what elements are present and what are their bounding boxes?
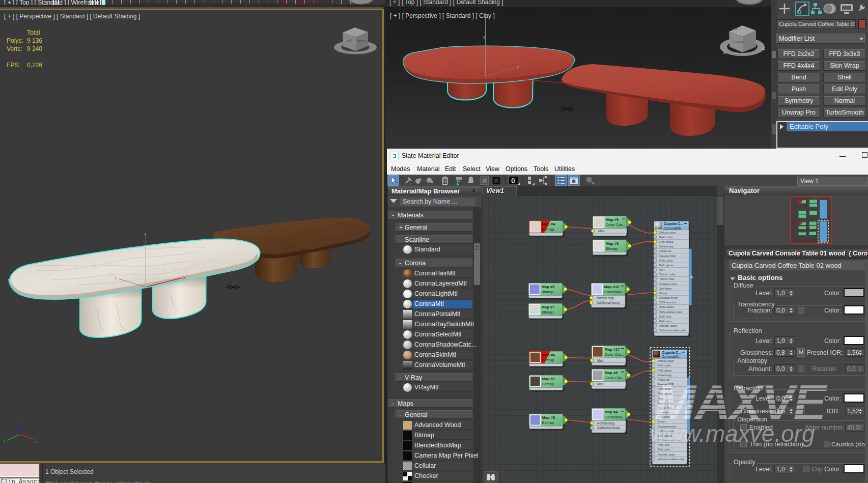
svg-text:Refl. env.: Refl. env. <box>659 315 672 318</box>
svg-text:Map #11: Map #11 <box>604 285 620 289</box>
svg-text:IOR: IOR <box>658 397 663 400</box>
svg-text:Refr. gloss.: Refr. gloss. <box>659 264 675 267</box>
svg-text:Additional bump: Additional bump <box>597 426 621 430</box>
svg-text:Refl. color: Refl. color <box>659 236 673 239</box>
svg-text:Aniso rot.: Aniso rot. <box>659 249 672 252</box>
svg-text:Refr. env.: Refr. env. <box>659 320 672 323</box>
svg-text:Anisotropy: Anisotropy <box>659 245 674 248</box>
svg-text:0: 0 <box>511 177 515 185</box>
svg-text:Bump: Bump <box>659 292 667 295</box>
svg-text:X: X <box>183 275 186 280</box>
svg-text:Y: Y <box>114 276 117 281</box>
svg-text:Bitmap: Bitmap <box>542 290 554 294</box>
svg-text:Bitmap: Bitmap <box>542 227 554 232</box>
svg-text:Anisotropy: Anisotropy <box>658 374 672 377</box>
svg-text:SSS amount: SSS amount <box>659 301 676 304</box>
svg-text:Map: Map <box>598 229 605 233</box>
svg-text:Self-illum.: Self-illum. <box>658 415 671 418</box>
svg-text:Volume scatter color: Volume scatter color <box>658 458 685 461</box>
svg-text:y: y <box>3 438 6 443</box>
svg-text:SSS amount: SSS amount <box>658 430 675 433</box>
svg-text:Refr. color: Refr. color <box>659 259 673 262</box>
svg-text:SSS scatter color: SSS scatter color <box>658 439 681 442</box>
svg-text:Map #8: Map #8 <box>605 371 618 375</box>
svg-text:Fresnel IOR: Fresnel IOR <box>658 383 674 386</box>
svg-text:SSS radius: SSS radius <box>659 305 675 308</box>
svg-text:SSS scatter color: SSS scatter color <box>659 310 683 314</box>
svg-text:Aniso rot.: Aniso rot. <box>658 378 670 381</box>
svg-text:Transl. color: Transl. color <box>658 402 674 405</box>
svg-text:Diffuse color: Diffuse color <box>659 231 676 234</box>
svg-text:Transl. frac.: Transl. frac. <box>658 406 674 409</box>
svg-text:Displacement: Displacement <box>659 296 678 299</box>
svg-text:Bitmap: Bitmap <box>542 420 554 425</box>
svg-text:Refr. gloss.: Refr. gloss. <box>658 392 673 395</box>
svg-text:Map #5: Map #5 <box>542 285 555 289</box>
svg-text:Map #6: Map #6 <box>542 353 555 357</box>
svg-text:Refl. gloss.: Refl. gloss. <box>659 240 675 243</box>
svg-text:Map #6: Map #6 <box>606 217 619 222</box>
svg-text:Absorb. color: Absorb. color <box>659 324 677 327</box>
svg-text:y: y <box>517 64 519 69</box>
svg-text:Color Cor...: Color Cor... <box>606 222 625 227</box>
svg-text:Map #4: Map #4 <box>542 222 556 226</box>
svg-text:CoronaMtl: CoronaMtl <box>664 226 681 231</box>
svg-text:Bump: Bump <box>658 420 666 423</box>
svg-text:IOR: IOR <box>659 268 664 271</box>
svg-text:z: z <box>20 416 23 421</box>
svg-text:Transl. color: Transl. color <box>659 273 676 276</box>
svg-text:CoronaNo...: CoronaNo... <box>605 415 626 419</box>
svg-text:Map #6: Map #6 <box>606 241 619 246</box>
svg-text:Displacement: Displacement <box>658 425 676 428</box>
svg-text:Fresnel IOR: Fresnel IOR <box>659 254 676 258</box>
svg-text:Refr. color: Refr. color <box>658 387 671 390</box>
svg-text:Bitmap: Bitmap <box>606 246 618 251</box>
svg-text:Opacity color: Opacity color <box>658 411 675 414</box>
svg-text:Map: Map <box>597 382 604 386</box>
svg-text:CoronaMtl: CoronaMtl <box>662 354 679 359</box>
svg-text:Refl. color: Refl. color <box>658 364 671 367</box>
svg-text:x: x <box>35 439 37 444</box>
svg-text:FRONT: FRONT <box>357 40 368 43</box>
svg-text:Map #27: Map #27 <box>605 347 620 352</box>
svg-text:Additional bump: Additional bump <box>597 301 620 305</box>
svg-text:Map #5: Map #5 <box>542 415 556 420</box>
svg-text:z: z <box>144 232 147 237</box>
svg-text:Map #7: Map #7 <box>542 305 555 309</box>
svg-text:Map #4: Map #4 <box>605 410 619 414</box>
svg-text:Bitmap: Bitmap <box>542 310 554 315</box>
svg-text:Volume scatter color: Volume scatter color <box>659 329 686 332</box>
svg-text:SSS radius: SSS radius <box>658 434 673 437</box>
svg-text:Refl. env.: Refl. env. <box>658 443 670 446</box>
svg-text:Diffuse color: Diffuse color <box>658 359 675 362</box>
svg-text:Normal map: Normal map <box>597 296 614 300</box>
svg-text:Color Cor...: Color Cor... <box>605 376 624 380</box>
svg-text:Absorb. color: Absorb. color <box>658 453 676 456</box>
svg-text:LEFT: LEFT <box>346 39 353 42</box>
svg-text:Map #7: Map #7 <box>542 377 555 381</box>
svg-text:E: E <box>763 46 766 51</box>
svg-text:Opacity color: Opacity color <box>659 282 677 286</box>
svg-text:Self-illum.: Self-illum. <box>659 287 673 290</box>
svg-text:Normal map: Normal map <box>597 421 615 425</box>
svg-text:Color Cor...: Color Cor... <box>605 352 624 357</box>
svg-text:Transl. frac.: Transl. frac. <box>659 277 675 280</box>
svg-text:S: S <box>723 50 726 55</box>
svg-text:Refl. gloss.: Refl. gloss. <box>658 369 673 372</box>
svg-text:Bitmap: Bitmap <box>542 382 554 386</box>
svg-text:Map: Map <box>597 359 604 363</box>
svg-text:Bitmap: Bitmap <box>542 358 554 362</box>
svg-text:CoronaNo...: CoronaNo... <box>604 290 625 294</box>
svg-text:Refr. env.: Refr. env. <box>658 448 670 451</box>
